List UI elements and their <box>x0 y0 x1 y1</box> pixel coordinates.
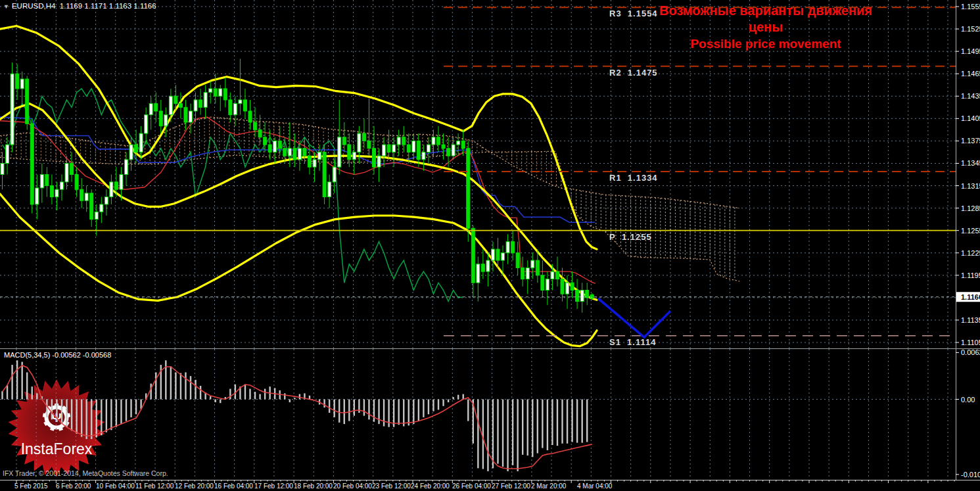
price-tick-label: 1.1405 <box>961 114 980 122</box>
candle-body <box>477 264 480 283</box>
candle-body <box>566 283 569 294</box>
candle-body <box>491 249 494 260</box>
chart-window: Ψ InstaForex R3 1.1554R2 1.1475R1 1.1334… <box>0 0 980 491</box>
candle-body <box>536 260 539 275</box>
candle-body <box>55 189 58 197</box>
candle-body <box>189 111 193 122</box>
candle-body <box>199 100 202 107</box>
candle-body <box>338 137 341 167</box>
candle-body <box>442 145 445 149</box>
candle-body <box>258 129 262 137</box>
candle-body <box>179 104 182 108</box>
annotation-line-en: Possible price movement <box>649 35 882 52</box>
candle-body <box>293 149 296 160</box>
candle-body <box>298 149 301 160</box>
candle-body <box>169 96 172 114</box>
candle-body <box>6 145 9 163</box>
candle-body <box>586 291 589 298</box>
candle-body <box>278 141 281 148</box>
candle-body <box>546 279 549 290</box>
candle-body <box>90 193 93 220</box>
time-axis[interactable]: 5 Feb 20156 Feb 20:0010 Feb 04:0011 Feb … <box>14 480 954 490</box>
candle-body <box>239 100 242 104</box>
time-tick-label: 20 Feb 04:00 <box>333 482 372 490</box>
candle-body <box>243 100 246 111</box>
symbol-label: EURUSD,H4 <box>12 2 55 10</box>
candle-body <box>555 271 559 279</box>
level-label-r2: R2 1.1475 <box>609 68 658 78</box>
candle-body <box>219 89 222 96</box>
candle-body <box>105 197 108 204</box>
candle-body <box>481 264 484 271</box>
candle-body <box>303 149 306 156</box>
candle-body <box>392 145 396 152</box>
candle-body <box>521 268 525 279</box>
candle-body <box>407 145 410 152</box>
candle-body <box>318 152 321 159</box>
chart-canvas[interactable]: R3 1.1554R2 1.1475R1 1.1334P 1.1255S1 1.… <box>0 0 980 491</box>
candle-body <box>60 182 63 189</box>
candle-body <box>40 175 43 188</box>
candle-body <box>333 167 336 182</box>
macd-indicator-label: MACD(5,34,5) -0.00562 -0.00568 <box>4 351 111 359</box>
candle-body <box>412 141 415 152</box>
candle-body <box>229 100 232 115</box>
candle-body <box>145 115 148 133</box>
candle-body <box>561 279 564 294</box>
time-tick-label: 11 Feb 12:00 <box>135 482 174 490</box>
candle-body <box>457 141 460 145</box>
candle-body <box>268 145 271 152</box>
candle-body <box>209 89 212 93</box>
candle-body <box>85 193 88 200</box>
candle-body <box>45 175 49 186</box>
price-tick-label: 1.1285 <box>961 204 980 212</box>
candle-body <box>70 163 74 174</box>
price-tick-label: 1.1105 <box>961 339 980 346</box>
candle-body <box>233 104 237 115</box>
current-price-tag-label: 1.1166 <box>961 293 980 301</box>
forecast-arrow[interactable] <box>598 298 670 337</box>
candle-body <box>110 182 113 197</box>
candle-body <box>139 133 143 152</box>
time-tick-label: 23 Feb 12:00 <box>372 482 411 490</box>
candle-body <box>471 228 475 283</box>
candle-body <box>328 182 331 197</box>
candle-body <box>516 253 519 268</box>
candle-body <box>248 111 252 122</box>
candle-body <box>551 271 554 279</box>
symbol-dropdown-icon[interactable]: ▼ <box>3 3 9 10</box>
price-tick-label: 1.1345 <box>961 159 980 167</box>
price-tick-label: 1.1525 <box>961 25 980 33</box>
candle-body <box>11 74 14 145</box>
candle-body <box>80 189 83 200</box>
candle-body <box>377 156 381 167</box>
candle-body <box>486 260 490 271</box>
candle-body <box>125 160 128 175</box>
candle-body <box>184 107 187 122</box>
price-tick-label: 1.1135 <box>961 316 980 324</box>
bollinger-mid-line <box>0 104 597 300</box>
kijun-line <box>0 117 595 222</box>
candle-body <box>541 275 544 291</box>
time-tick-label: 17 Feb 12:00 <box>254 482 293 490</box>
time-tick-label: 24 Feb 20:00 <box>411 482 450 490</box>
candle-body <box>402 137 406 145</box>
copyright-text: IFX Trader, © 2001-2014, MetaQuotes Soft… <box>3 469 168 477</box>
candle-body <box>114 182 118 189</box>
candle-body <box>502 253 505 260</box>
price-axis[interactable]: 1.15551.15251.14951.14651.14351.14051.13… <box>956 3 980 479</box>
price-tick-label: 1.1255 <box>961 227 980 235</box>
indicator-lines <box>0 26 597 346</box>
candle-body <box>447 149 450 156</box>
candle-body <box>30 124 34 204</box>
candle-body <box>531 260 534 268</box>
time-tick-label: 4 Mar 04:00 <box>577 482 613 490</box>
candle-body <box>283 149 287 156</box>
candle-body <box>273 141 277 152</box>
candle-body <box>571 283 574 290</box>
candle-body <box>427 145 430 152</box>
candle-body <box>75 175 78 190</box>
candle-body <box>164 115 168 126</box>
price-tick-label: 1.1315 <box>961 182 980 190</box>
macd-axis-label: -0.01003 <box>961 471 980 479</box>
